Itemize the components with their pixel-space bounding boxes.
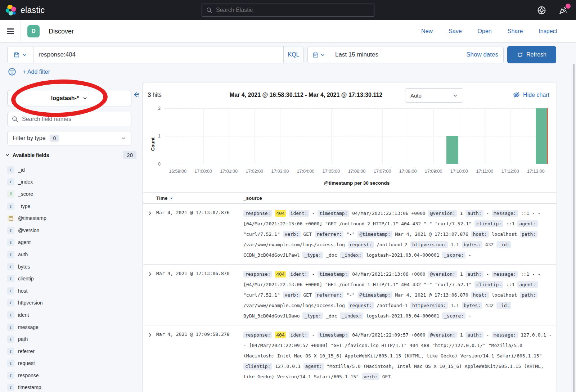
text-field-icon: t	[7, 178, 14, 185]
source-field-badge: _id:	[496, 241, 511, 248]
refresh-button[interactable]: Refresh	[507, 46, 556, 63]
hits-count: 3 hits	[148, 91, 162, 99]
histogram-bar[interactable]	[446, 136, 458, 164]
index-pattern-selector[interactable]: logstash-*	[7, 90, 131, 106]
field-item[interactable]: tclientip	[7, 272, 139, 285]
menu-hamburger-icon[interactable]	[0, 20, 21, 42]
text-field-icon: t	[7, 299, 14, 306]
field-search-input[interactable]	[22, 116, 127, 122]
expand-row-icon[interactable]	[143, 269, 156, 321]
new-button[interactable]: New	[421, 28, 433, 35]
kql-query-input[interactable]	[33, 46, 283, 63]
field-item[interactable]: thttpversion	[7, 297, 139, 309]
available-fields-header[interactable]: Available fields 20	[5, 151, 136, 159]
histogram-chart[interactable]: 2 1 0 Count 16:59:0017:00:0017:01:0017:0…	[143, 105, 557, 191]
available-fields-count-badge: 20	[123, 151, 136, 159]
source-field-badge: response:	[243, 271, 272, 278]
show-dates-button[interactable]: Show dates	[466, 51, 503, 58]
field-item[interactable]: treferrer	[7, 345, 139, 357]
time-range-value[interactable]: Last 15 minutes	[330, 51, 378, 58]
field-item[interactable]: thost	[7, 285, 139, 297]
global-search-input[interactable]	[216, 7, 370, 13]
help-icon[interactable]	[537, 6, 546, 15]
date-field-icon	[7, 215, 14, 222]
save-button[interactable]: Save	[449, 28, 462, 35]
share-button[interactable]: Share	[508, 28, 523, 35]
saved-query-icon	[14, 52, 20, 58]
x-tick-label: 17:08:00	[399, 169, 417, 174]
global-search[interactable]	[202, 4, 374, 17]
saved-query-menu-button[interactable]	[8, 46, 33, 63]
source-field-badge: @timestamp:	[357, 231, 392, 238]
search-icon	[12, 116, 18, 122]
collapse-sidebar-icon[interactable]	[133, 91, 139, 99]
source-field-badge: verb:	[283, 231, 301, 238]
histogram-bar[interactable]	[536, 108, 548, 164]
source-field-badge: ident:	[289, 210, 309, 217]
source-field-badge: path:	[520, 231, 537, 238]
field-item[interactable]: t_id	[7, 164, 139, 176]
notification-dot	[566, 4, 571, 9]
source-field-badge: agent:	[517, 220, 538, 227]
field-item[interactable]: tagent	[7, 236, 139, 249]
source-field-badge: verb:	[283, 292, 301, 298]
field-item[interactable]: tident	[7, 309, 139, 321]
inspect-button[interactable]: Inspect	[539, 28, 557, 35]
app-bar: D Discover New Save Open Share Inspect	[0, 20, 576, 43]
query-language-button[interactable]: KQL	[283, 46, 303, 63]
x-tick-label: 16:59:00	[169, 169, 186, 174]
chevron-down-icon	[453, 93, 458, 98]
text-field-icon: t	[7, 227, 14, 234]
chevron-down-icon	[320, 53, 325, 57]
hide-chart-button[interactable]: Hide chart	[513, 91, 549, 98]
field-search[interactable]	[7, 112, 131, 126]
text-field-icon: t	[7, 275, 14, 282]
hide-chart-label: Hide chart	[523, 92, 549, 98]
field-name: @timestamp	[18, 215, 46, 221]
field-item[interactable]: @timestamp	[7, 212, 139, 224]
column-header-time[interactable]: Time	[156, 195, 243, 201]
field-item[interactable]: t@version	[7, 224, 139, 236]
vertical-scrollbar[interactable]	[573, 64, 575, 392]
text-field-icon: t	[7, 372, 14, 379]
field-item[interactable]: #_score	[7, 188, 139, 200]
expand-row-icon[interactable]	[143, 330, 156, 382]
chevron-down-icon	[5, 153, 10, 157]
elastic-logo-icon	[5, 4, 17, 16]
interval-select[interactable]: Auto	[405, 88, 463, 103]
filter-menu-icon[interactable]	[8, 68, 16, 76]
filter-by-type-dropdown[interactable]: Filter by type 0	[7, 131, 131, 145]
field-name: _id	[18, 167, 25, 173]
source-field-badge: @timestamp:	[357, 292, 392, 298]
field-item[interactable]: tbytes	[7, 261, 139, 273]
x-tick-label: 17:04:00	[297, 169, 315, 174]
source-field-badge: @version:	[428, 210, 457, 217]
chevron-down-icon	[121, 136, 126, 141]
field-item[interactable]: trequest	[7, 357, 139, 370]
source-field-badge: host:	[471, 231, 489, 238]
field-item[interactable]: t_index	[7, 176, 139, 188]
field-item[interactable]: ttimestamp	[7, 382, 139, 392]
field-item[interactable]: tmessage	[7, 321, 139, 333]
open-button[interactable]: Open	[478, 28, 492, 35]
source-field-badge: verb:	[362, 373, 379, 380]
field-item[interactable]: t_type	[7, 200, 139, 212]
expand-row-icon[interactable]	[143, 208, 156, 260]
elastic-logo[interactable]: elastic	[5, 4, 45, 16]
text-field-icon: t	[7, 324, 14, 331]
field-item[interactable]: tauth	[7, 248, 139, 261]
column-header-source: _source	[243, 195, 262, 201]
field-item[interactable]: tpath	[7, 333, 139, 345]
chart-plot-area[interactable]	[165, 108, 549, 164]
discover-app-badge[interactable]: D	[27, 25, 40, 37]
source-field-badge: message:	[492, 210, 518, 217]
results-panel: 3 hits Mar 4, 2021 @ 16:58:30.112 - Mar …	[143, 82, 557, 392]
source-field-badge: auth:	[465, 210, 483, 217]
add-filter-button[interactable]: + Add filter	[23, 69, 50, 75]
news-party-popper-icon[interactable]	[558, 5, 568, 15]
source-field-badge: _type:	[302, 312, 323, 319]
field-name: request	[18, 360, 35, 366]
date-picker: Last 15 minutes Show dates	[307, 46, 504, 63]
field-item[interactable]: tresponse	[7, 369, 139, 382]
date-quick-select-button[interactable]	[308, 46, 330, 63]
